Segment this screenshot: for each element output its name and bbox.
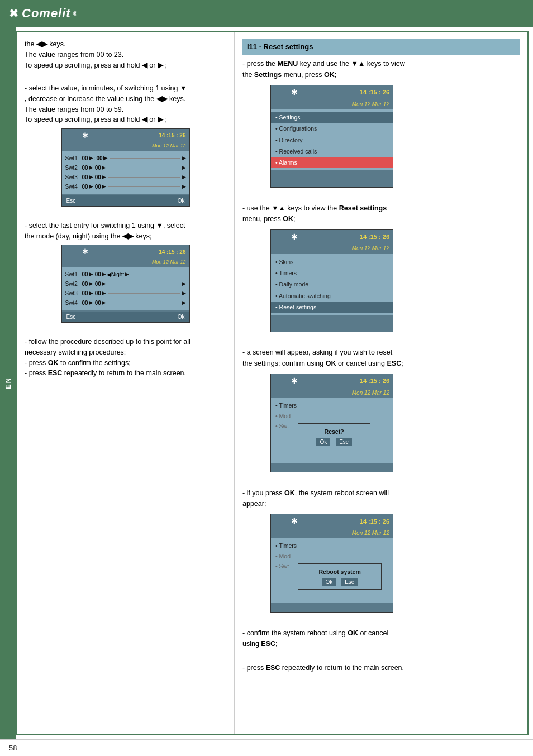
section-title: I11 - Reset settings <box>242 39 520 55</box>
left-panel: the ◀▶ keys. The value ranges from 00 to… <box>17 32 235 734</box>
switch-row-night-2: Swt2 00▶ 00▶ ▶ <box>65 280 186 288</box>
screen-reboot-dialog: ✱ 14 :15 : 26 Mon 12 Mar 12 • Timers • M… <box>270 514 393 613</box>
reset-dialog-box: Reset? Ok Esc <box>298 423 370 449</box>
content-area: the ◀▶ keys. The value ranges from 00 to… <box>16 31 529 735</box>
partial-item-timers-2: • Timers <box>271 540 393 551</box>
esc-ok-bar-2: Esc Ok <box>62 312 189 322</box>
menu-item-alarms: • Alarms <box>271 157 393 168</box>
esc-button-1[interactable]: Esc <box>66 197 76 205</box>
reset-ok-button[interactable]: Ok <box>316 438 330 446</box>
switch-table-body-1: Swt1 00▶ : 00▶ ▶ Swt2 00▶ 00▶ ▶ <box>62 151 189 194</box>
reboot-dialog-box: Reboot system Ok Esc <box>298 563 382 590</box>
right-panel: I11 - Reset settings - press the MENU ke… <box>235 32 527 734</box>
menu-item-received-calls: • Received calls <box>271 146 393 157</box>
menu-item-reset-settings: • Reset settings <box>271 302 393 313</box>
screen2-menu: • Skins • Timers • Daily mode • Automati… <box>271 254 393 315</box>
logo-name: Comelit <box>22 6 71 21</box>
time-s2: 14 :15 : 26 <box>360 232 389 242</box>
ok-button-2[interactable]: Ok <box>178 313 185 321</box>
main-layout: EN the ◀▶ keys. The value ranges from 00… <box>0 27 533 739</box>
star-icon-s2: ✱ <box>291 231 298 243</box>
time-s1: 14 :15 : 26 <box>360 88 389 97</box>
switch-row-night-4: Swt4 00▶ 00▶ ▶ <box>65 299 186 307</box>
language-label: EN <box>4 377 12 389</box>
date-s1: Mon 12 Mar 12 <box>271 100 393 110</box>
reset-dialog-buttons: Ok Esc <box>304 438 364 446</box>
partial-item-swt-2: • Swt <box>271 561 293 571</box>
screen-header-1: ✱ 14 :15 : 26 <box>62 129 189 142</box>
para-last-entry: - select the last entry for switching 1 … <box>25 221 226 242</box>
block4-text: - if you press OK, the system reboot scr… <box>242 488 520 510</box>
menu-item-settings: • Settings <box>271 112 393 123</box>
header: ✖ Comelit ® <box>0 0 533 27</box>
ok-button-1[interactable]: Ok <box>178 197 185 205</box>
logo-reg: ® <box>73 11 77 17</box>
date-display-2: Mon 12 Mar 12 <box>62 259 189 267</box>
date-s3: Mon 12 Mar 12 <box>271 389 393 399</box>
block6-text: - press ESC repeatedly to return to the … <box>242 663 520 673</box>
reboot-ok-button[interactable]: Ok <box>322 578 336 586</box>
star-icon-1: ✱ <box>82 130 88 141</box>
screen-switch-1: ✱ 14 :15 : 26 Mon 12 Mar 12 Swt1 00▶ : 0… <box>61 128 190 207</box>
switch-row-1: Swt1 00▶ : 00▶ ▶ <box>65 154 186 162</box>
time-s4: 14 :15 : 26 <box>360 517 389 527</box>
logo: ✖ Comelit ® <box>9 6 77 21</box>
menu-item-directory: • Directory <box>271 135 393 146</box>
block3-text: - a screen will appear, asking if you wi… <box>242 347 520 369</box>
partial-item-timers-1: • Timers <box>271 400 393 410</box>
language-bar: EN <box>0 27 16 739</box>
switch-row-4: Swt4 00▶ 00▶ ▶ <box>65 183 186 191</box>
menu-item-timers: • Timers <box>271 267 393 279</box>
para-select-minutes: - select the value, in minutes, of switc… <box>25 83 226 125</box>
reset-esc-button[interactable]: Esc <box>336 438 352 446</box>
date-s4: Mon 12 Mar 12 <box>271 529 393 539</box>
para-keys-intro: the ◀▶ keys. The value ranges from 00 to… <box>25 39 226 70</box>
screen-switch-2: ✱ 14 :15 : 26 Mon 12 Mar 12 Swt1 00▶ 00▶… <box>61 245 190 323</box>
star-icon-2: ✱ <box>82 246 88 257</box>
switch-table-body-2: Swt1 00▶ 00▶ ◀Night ▶ Swt2 00▶ 00▶ ▶ <box>62 267 189 310</box>
screen1-menu: • Settings • Configurations • Directory … <box>271 109 393 170</box>
logo-icon: ✖ <box>9 7 18 20</box>
screen-header-2: ✱ 14 :15 : 26 <box>62 245 189 259</box>
screen4-header: ✱ 14 :15 : 26 <box>271 514 393 529</box>
screen1-header: ✱ 14 :15 : 26 <box>271 85 393 100</box>
star-icon-s1: ✱ <box>291 87 298 99</box>
screen-reset-settings-menu: ✱ 14 :15 : 26 Mon 12 Mar 12 • Skins • Ti… <box>270 229 393 333</box>
partial-item-mod-1: • Mod <box>271 411 393 421</box>
reboot-esc-button[interactable]: Esc <box>341 578 358 586</box>
screen-reset-dialog: ✱ 14 :15 : 26 Mon 12 Mar 12 • Timers • M… <box>270 374 393 472</box>
screen2-header: ✱ 14 :15 : 26 <box>271 230 393 245</box>
menu-item-auto-switching: • Automatic switching <box>271 290 393 302</box>
page-number: 58 <box>9 744 17 752</box>
reset-dialog-title: Reset? <box>304 427 364 436</box>
reboot-dialog-buttons: Ok Esc <box>304 578 375 586</box>
para-follow-procedure: - follow the procedure described up to t… <box>25 337 226 379</box>
partial-item-mod-2: • Mod <box>271 551 393 561</box>
block1-text: - press the MENU key and use the ▼▲ keys… <box>242 59 520 80</box>
switch-row-night-3: Swt3 00▶ 00▶ ▶ <box>65 289 186 298</box>
block5-text: - confirm the system reboot using OK or … <box>242 628 520 650</box>
star-icon-s3: ✱ <box>291 375 298 387</box>
screen4-body: • Timers • Mod • Swt Reboot system Ok Es… <box>271 538 393 603</box>
switch-row-night-1: Swt1 00▶ 00▶ ◀Night ▶ <box>65 270 186 279</box>
menu-item-daily-mode: • Daily mode <box>271 279 393 290</box>
esc-ok-bar-1: Esc Ok <box>62 195 189 206</box>
screen3-body: • Timers • Mod • Swt Reset? Ok Esc <box>271 398 393 463</box>
star-icon-s4: ✱ <box>291 515 298 528</box>
reboot-dialog-title: Reboot system <box>304 567 375 576</box>
switch-row-3: Swt3 00▶ 00▶ ▶ <box>65 173 186 181</box>
screen-settings-menu: ✱ 14 :15 : 26 Mon 12 Mar 12 • Settings •… <box>270 85 393 188</box>
time-display-2: 14 :15 : 26 <box>159 248 185 256</box>
screen3-header: ✱ 14 :15 : 26 <box>271 374 393 389</box>
esc-button-2[interactable]: Esc <box>66 313 76 321</box>
partial-item-swt-1: • Swt <box>271 421 293 431</box>
block2-text: - use the ▼▲ keys to view the Reset sett… <box>242 203 520 225</box>
date-s2: Mon 12 Mar 12 <box>271 244 393 254</box>
switch-row-2: Swt2 00▶ 00▶ ▶ <box>65 164 186 172</box>
date-display-1: Mon 12 Mar 12 <box>62 142 189 151</box>
menu-item-configurations: • Configurations <box>271 123 393 134</box>
time-s3: 14 :15 : 26 <box>360 376 389 386</box>
footer: 58 <box>0 739 533 756</box>
time-display-1: 14 :15 : 26 <box>159 131 185 140</box>
menu-item-skins: • Skins <box>271 256 393 267</box>
